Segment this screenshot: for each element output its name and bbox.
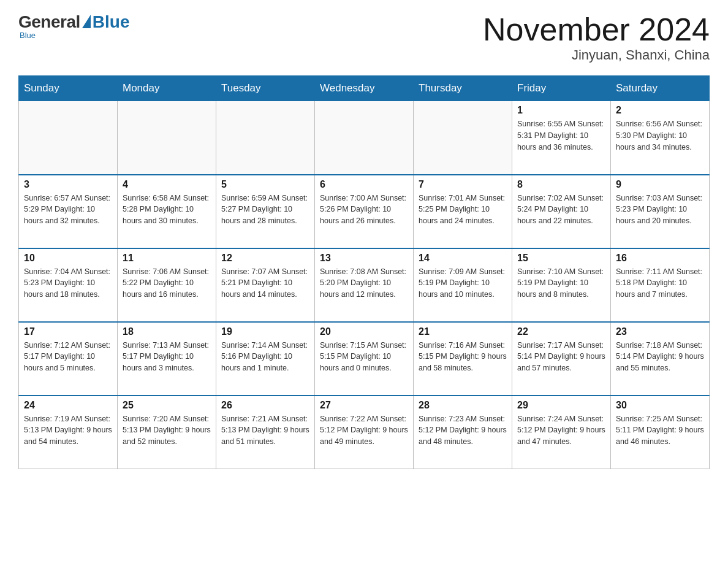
calendar-cell: 12Sunrise: 7:07 AM Sunset: 5:21 PM Dayli… bbox=[216, 248, 315, 322]
header-saturday: Saturday bbox=[611, 76, 710, 101]
header-sunday: Sunday bbox=[19, 76, 118, 101]
weekday-header-row: Sunday Monday Tuesday Wednesday Thursday… bbox=[19, 76, 710, 101]
calendar-cell: 6Sunrise: 7:00 AM Sunset: 5:26 PM Daylig… bbox=[315, 175, 414, 248]
calendar-cell: 13Sunrise: 7:08 AM Sunset: 5:20 PM Dayli… bbox=[315, 248, 414, 322]
header-friday: Friday bbox=[512, 76, 611, 101]
calendar-cell: 4Sunrise: 6:58 AM Sunset: 5:28 PM Daylig… bbox=[118, 175, 216, 248]
day-number: 29 bbox=[517, 400, 605, 411]
location-subtitle: Jinyuan, Shanxi, China bbox=[483, 47, 710, 63]
calendar-cell: 16Sunrise: 7:11 AM Sunset: 5:18 PM Dayli… bbox=[611, 248, 710, 322]
day-info: Sunrise: 7:09 AM Sunset: 5:19 PM Dayligh… bbox=[419, 266, 507, 301]
day-number: 4 bbox=[123, 179, 211, 190]
day-info: Sunrise: 7:08 AM Sunset: 5:20 PM Dayligh… bbox=[320, 266, 408, 301]
calendar-cell: 22Sunrise: 7:17 AM Sunset: 5:14 PM Dayli… bbox=[512, 322, 611, 396]
day-number: 17 bbox=[24, 326, 112, 337]
week-row-3: 10Sunrise: 7:04 AM Sunset: 5:23 PM Dayli… bbox=[19, 248, 710, 322]
day-info: Sunrise: 7:12 AM Sunset: 5:17 PM Dayligh… bbox=[24, 340, 112, 374]
day-number: 25 bbox=[123, 400, 211, 411]
calendar-cell: 24Sunrise: 7:19 AM Sunset: 5:13 PM Dayli… bbox=[19, 396, 118, 469]
calendar-cell: 18Sunrise: 7:13 AM Sunset: 5:17 PM Dayli… bbox=[118, 322, 216, 396]
day-number: 18 bbox=[123, 326, 211, 337]
day-info: Sunrise: 7:16 AM Sunset: 5:15 PM Dayligh… bbox=[419, 340, 507, 374]
day-info: Sunrise: 7:18 AM Sunset: 5:14 PM Dayligh… bbox=[616, 340, 704, 374]
day-number: 3 bbox=[24, 179, 112, 190]
day-number: 26 bbox=[221, 400, 309, 411]
day-info: Sunrise: 7:17 AM Sunset: 5:14 PM Dayligh… bbox=[517, 340, 605, 374]
calendar-cell bbox=[19, 101, 118, 175]
week-row-1: 1Sunrise: 6:55 AM Sunset: 5:31 PM Daylig… bbox=[19, 101, 710, 175]
calendar-cell: 25Sunrise: 7:20 AM Sunset: 5:13 PM Dayli… bbox=[118, 396, 216, 469]
day-info: Sunrise: 7:23 AM Sunset: 5:12 PM Dayligh… bbox=[419, 413, 507, 448]
calendar-cell: 10Sunrise: 7:04 AM Sunset: 5:23 PM Dayli… bbox=[19, 248, 118, 322]
day-number: 23 bbox=[616, 326, 704, 337]
header-wednesday: Wednesday bbox=[315, 76, 414, 101]
day-number: 30 bbox=[616, 400, 704, 411]
calendar-cell: 11Sunrise: 7:06 AM Sunset: 5:22 PM Dayli… bbox=[118, 248, 216, 322]
calendar-cell: 5Sunrise: 6:59 AM Sunset: 5:27 PM Daylig… bbox=[216, 175, 315, 248]
calendar-cell bbox=[216, 101, 315, 175]
day-number: 22 bbox=[517, 326, 605, 337]
day-number: 21 bbox=[419, 326, 507, 337]
day-info: Sunrise: 7:02 AM Sunset: 5:24 PM Dayligh… bbox=[517, 193, 605, 227]
day-info: Sunrise: 6:58 AM Sunset: 5:28 PM Dayligh… bbox=[123, 193, 211, 227]
day-info: Sunrise: 7:04 AM Sunset: 5:23 PM Dayligh… bbox=[24, 266, 112, 301]
day-number: 24 bbox=[24, 400, 112, 411]
calendar-cell: 27Sunrise: 7:22 AM Sunset: 5:12 PM Dayli… bbox=[315, 396, 414, 469]
day-number: 9 bbox=[616, 179, 704, 190]
calendar-cell: 28Sunrise: 7:23 AM Sunset: 5:12 PM Dayli… bbox=[414, 396, 512, 469]
calendar-cell: 29Sunrise: 7:24 AM Sunset: 5:12 PM Dayli… bbox=[512, 396, 611, 469]
calendar-cell bbox=[414, 101, 512, 175]
calendar-cell: 14Sunrise: 7:09 AM Sunset: 5:19 PM Dayli… bbox=[414, 248, 512, 322]
day-number: 6 bbox=[320, 179, 408, 190]
day-info: Sunrise: 7:00 AM Sunset: 5:26 PM Dayligh… bbox=[320, 193, 408, 227]
day-number: 5 bbox=[221, 179, 309, 190]
logo: General Blue Blue bbox=[18, 12, 129, 40]
calendar-cell: 9Sunrise: 7:03 AM Sunset: 5:23 PM Daylig… bbox=[611, 175, 710, 248]
day-number: 1 bbox=[517, 105, 605, 116]
logo-general-text: General bbox=[18, 12, 80, 32]
header-tuesday: Tuesday bbox=[216, 76, 315, 101]
calendar-table: Sunday Monday Tuesday Wednesday Thursday… bbox=[18, 75, 710, 469]
day-info: Sunrise: 7:24 AM Sunset: 5:12 PM Dayligh… bbox=[517, 413, 605, 448]
day-number: 20 bbox=[320, 326, 408, 337]
day-info: Sunrise: 7:01 AM Sunset: 5:25 PM Dayligh… bbox=[419, 193, 507, 227]
calendar-cell: 2Sunrise: 6:56 AM Sunset: 5:30 PM Daylig… bbox=[611, 101, 710, 175]
day-info: Sunrise: 7:03 AM Sunset: 5:23 PM Dayligh… bbox=[616, 193, 704, 227]
day-info: Sunrise: 6:59 AM Sunset: 5:27 PM Dayligh… bbox=[221, 193, 309, 227]
week-row-4: 17Sunrise: 7:12 AM Sunset: 5:17 PM Dayli… bbox=[19, 322, 710, 396]
calendar-cell: 8Sunrise: 7:02 AM Sunset: 5:24 PM Daylig… bbox=[512, 175, 611, 248]
day-number: 19 bbox=[221, 326, 309, 337]
day-info: Sunrise: 7:21 AM Sunset: 5:13 PM Dayligh… bbox=[221, 413, 309, 448]
calendar-cell: 17Sunrise: 7:12 AM Sunset: 5:17 PM Dayli… bbox=[19, 322, 118, 396]
day-number: 8 bbox=[517, 179, 605, 190]
day-number: 12 bbox=[221, 253, 309, 264]
calendar-cell: 30Sunrise: 7:25 AM Sunset: 5:11 PM Dayli… bbox=[611, 396, 710, 469]
day-info: Sunrise: 7:25 AM Sunset: 5:11 PM Dayligh… bbox=[616, 413, 704, 448]
page-header: General Blue Blue November 2024 Jinyuan,… bbox=[18, 12, 710, 63]
day-number: 2 bbox=[616, 105, 704, 116]
day-info: Sunrise: 7:10 AM Sunset: 5:19 PM Dayligh… bbox=[517, 266, 605, 301]
day-info: Sunrise: 6:57 AM Sunset: 5:29 PM Dayligh… bbox=[24, 193, 112, 227]
calendar-cell bbox=[315, 101, 414, 175]
calendar-cell: 15Sunrise: 7:10 AM Sunset: 5:19 PM Dayli… bbox=[512, 248, 611, 322]
day-number: 14 bbox=[419, 253, 507, 264]
header-monday: Monday bbox=[118, 76, 216, 101]
title-area: November 2024 Jinyuan, Shanxi, China bbox=[483, 12, 710, 63]
logo-tagline: Blue bbox=[20, 31, 36, 40]
day-number: 15 bbox=[517, 253, 605, 264]
month-year-title: November 2024 bbox=[483, 12, 710, 47]
day-info: Sunrise: 7:11 AM Sunset: 5:18 PM Dayligh… bbox=[616, 266, 704, 301]
day-info: Sunrise: 7:14 AM Sunset: 5:16 PM Dayligh… bbox=[221, 340, 309, 374]
day-info: Sunrise: 7:13 AM Sunset: 5:17 PM Dayligh… bbox=[123, 340, 211, 374]
calendar-cell: 21Sunrise: 7:16 AM Sunset: 5:15 PM Dayli… bbox=[414, 322, 512, 396]
week-row-5: 24Sunrise: 7:19 AM Sunset: 5:13 PM Dayli… bbox=[19, 396, 710, 469]
day-number: 27 bbox=[320, 400, 408, 411]
logo-blue-text: Blue bbox=[93, 12, 130, 32]
calendar-cell: 7Sunrise: 7:01 AM Sunset: 5:25 PM Daylig… bbox=[414, 175, 512, 248]
day-info: Sunrise: 7:20 AM Sunset: 5:13 PM Dayligh… bbox=[123, 413, 211, 448]
calendar-cell: 26Sunrise: 7:21 AM Sunset: 5:13 PM Dayli… bbox=[216, 396, 315, 469]
day-info: Sunrise: 7:19 AM Sunset: 5:13 PM Dayligh… bbox=[24, 413, 112, 448]
calendar-cell: 1Sunrise: 6:55 AM Sunset: 5:31 PM Daylig… bbox=[512, 101, 611, 175]
day-info: Sunrise: 6:56 AM Sunset: 5:30 PM Dayligh… bbox=[616, 118, 704, 153]
day-info: Sunrise: 7:15 AM Sunset: 5:15 PM Dayligh… bbox=[320, 340, 408, 374]
